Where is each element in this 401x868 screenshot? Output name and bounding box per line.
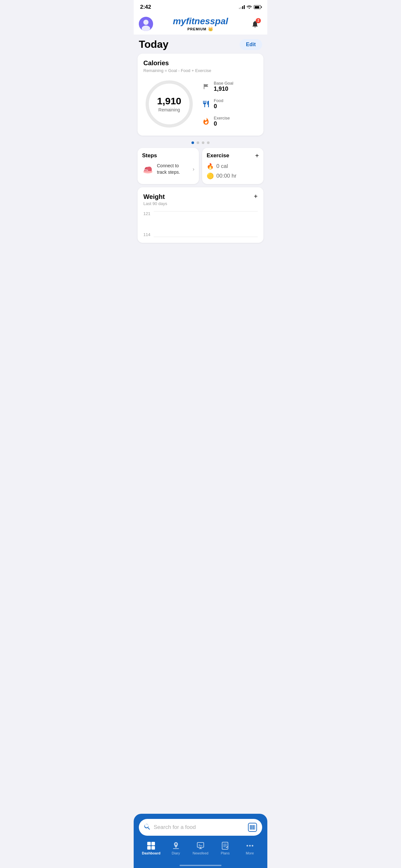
notification-button[interactable]: 2 — [248, 17, 262, 31]
weight-y-bottom: 114 — [143, 232, 150, 237]
exercise-info: Exercise 0 — [214, 116, 230, 127]
status-bar: 2:42 — [134, 0, 267, 13]
wifi-icon — [247, 4, 252, 10]
calories-circle: 1,910 Remaining — [143, 78, 195, 130]
page-title: Today — [139, 38, 168, 51]
page-title-row: Today Edit — [134, 35, 267, 54]
svg-point-6 — [145, 169, 146, 170]
base-goal-info: Base Goal 1,910 — [214, 81, 234, 92]
dot-2[interactable] — [197, 142, 199, 144]
pagination-dots — [134, 139, 267, 148]
dot-3[interactable] — [202, 142, 204, 144]
crown-icon: 👑 — [208, 27, 213, 31]
calories-content: 1,910 Remaining Base Goal 1,910 — [143, 78, 258, 130]
premium-label: PREMIUM 👑 — [173, 27, 228, 31]
chart-line-bottom — [154, 237, 258, 237]
logo-text: myfitnesspal — [173, 16, 228, 27]
exercise-header: Exercise + — [207, 152, 259, 159]
exercise-duration-value: 00:00 hr — [216, 173, 236, 179]
svg-point-7 — [146, 169, 147, 170]
weight-y-labels: 121 114 — [143, 211, 150, 237]
steps-connect-row[interactable]: Connect to track steps. › — [142, 163, 194, 176]
exercise-title: Exercise — [207, 152, 229, 159]
exercise-cal-row: 🔥 0 cal — [207, 163, 259, 170]
chart-line-top — [154, 211, 258, 212]
battery-icon — [254, 5, 261, 9]
svg-point-1 — [143, 20, 149, 25]
exercise-clock-icon: 🟡 — [207, 173, 214, 180]
exercise-duration-row: 🟡 00:00 hr — [207, 173, 259, 180]
calories-card: Calories Remaining = Goal - Food + Exerc… — [137, 54, 264, 135]
dot-1[interactable] — [191, 142, 194, 144]
exercise-cal-value: 0 cal — [216, 163, 228, 169]
calories-title: Calories — [143, 59, 258, 67]
weight-y-top: 121 — [143, 211, 150, 216]
fork-knife-icon — [202, 99, 211, 108]
dot-4[interactable] — [207, 142, 210, 144]
weight-header: Weight Last 90 days + — [143, 193, 258, 206]
weight-card: Weight Last 90 days + 121 114 — [137, 187, 264, 243]
steps-card: Steps Connect to track steps. › — [137, 148, 199, 184]
status-icons — [239, 4, 261, 10]
calories-remaining: 1,910 Remaining — [157, 96, 181, 113]
add-exercise-button[interactable]: + — [255, 152, 259, 159]
calories-subtitle: Remaining = Goal - Food + Exercise — [143, 68, 258, 73]
add-weight-button[interactable]: + — [254, 193, 258, 199]
calories-stats: Base Goal 1,910 Food 0 — [202, 81, 258, 127]
weight-subtitle: Last 90 days — [143, 201, 167, 206]
weight-title: Weight — [143, 193, 167, 200]
steps-connect-text: Connect to track steps. — [157, 163, 189, 175]
app-logo: myfitnesspal PREMIUM 👑 — [173, 16, 228, 31]
exercise-flame-icon: 🔥 — [207, 163, 214, 170]
food-stat: Food 0 — [202, 98, 258, 110]
weight-chart-area — [154, 211, 258, 237]
steps-title: Steps — [142, 152, 157, 159]
status-time: 2:42 — [140, 4, 151, 10]
notification-badge: 2 — [256, 18, 261, 23]
app-header: myfitnesspal PREMIUM 👑 2 — [134, 13, 267, 35]
edit-button[interactable]: Edit — [240, 39, 262, 50]
exercise-stats: 🔥 0 cal 🟡 00:00 hr — [207, 163, 259, 180]
svg-rect-4 — [204, 84, 204, 89]
base-goal-stat: Base Goal 1,910 — [202, 81, 258, 92]
exercise-stat: Exercise 0 — [202, 116, 258, 127]
arrow-right-icon: › — [193, 166, 194, 172]
food-info: Food 0 — [214, 98, 223, 110]
weight-chart: 121 114 — [143, 211, 258, 237]
svg-point-8 — [147, 170, 148, 171]
exercise-card: Exercise + 🔥 0 cal 🟡 00:00 hr — [202, 148, 264, 184]
shoe-icon — [142, 163, 154, 176]
flag-icon — [202, 82, 211, 91]
steps-header: Steps — [142, 152, 194, 159]
steps-exercise-row: Steps Connect to track steps. › — [137, 148, 264, 184]
signal-icon — [239, 5, 245, 9]
flame-icon — [202, 117, 211, 126]
user-avatar[interactable] — [139, 17, 153, 31]
